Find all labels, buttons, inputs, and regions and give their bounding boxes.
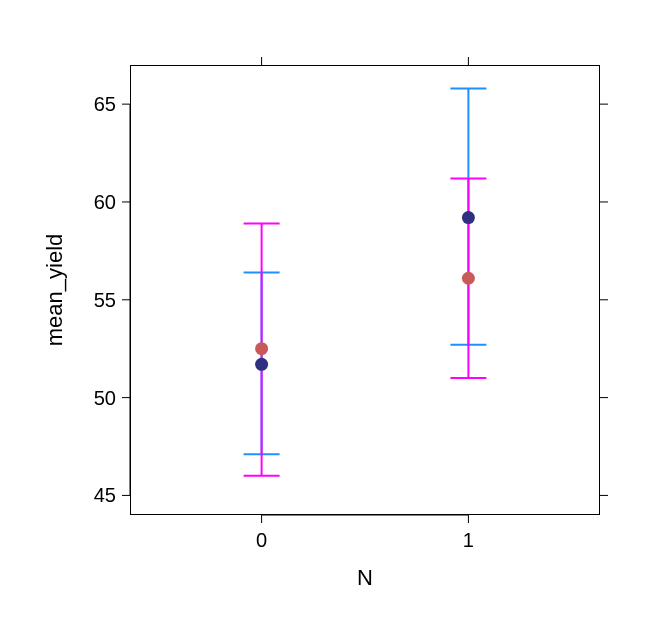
y-tick-label: 65 [86, 93, 116, 116]
x-tick-label: 1 [463, 529, 474, 552]
y-tick-label: 50 [86, 386, 116, 409]
y-axis-label: mean_yield [42, 234, 68, 347]
y-tick-label: 60 [86, 190, 116, 213]
y-tick-label: 55 [86, 288, 116, 311]
x-axis-label: N [357, 565, 373, 591]
errorbar-chart: mean_yield N 455055606501 [0, 0, 652, 633]
plot-area [130, 65, 600, 515]
y-tick-label: 45 [86, 484, 116, 507]
x-tick-label: 0 [256, 529, 267, 552]
